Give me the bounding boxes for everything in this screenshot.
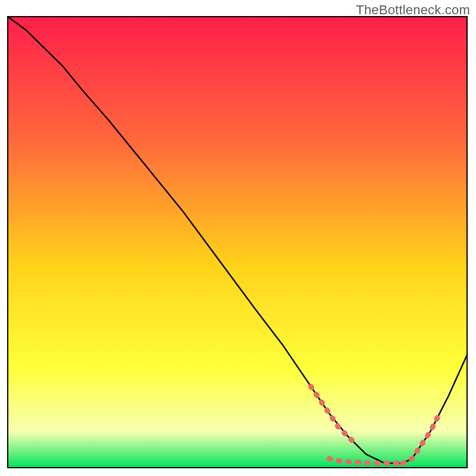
- bottleneck-chart: [0, 0, 476, 476]
